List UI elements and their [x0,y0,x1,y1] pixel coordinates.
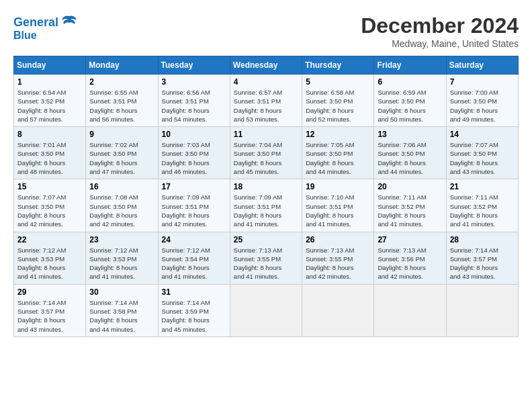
calendar-cell: 24Sunrise: 7:12 AMSunset: 3:54 PMDayligh… [158,232,230,284]
day-number: 14 [450,130,515,139]
calendar-cell: 6Sunrise: 6:59 AMSunset: 3:50 PMDaylight… [374,75,446,127]
day-content: Sunrise: 7:12 AMSunset: 3:53 PMDaylight:… [17,246,82,281]
calendar-cell: 11Sunrise: 7:04 AMSunset: 3:50 PMDayligh… [230,127,302,179]
calendar-cell: 10Sunrise: 7:03 AMSunset: 3:50 PMDayligh… [158,127,230,179]
calendar-cell: 19Sunrise: 7:10 AMSunset: 3:51 PMDayligh… [302,179,374,232]
day-number: 18 [234,182,298,191]
day-content: Sunrise: 7:06 AMSunset: 3:50 PMDaylight:… [378,140,442,176]
day-content: Sunrise: 6:57 AMSunset: 3:51 PMDaylight:… [234,88,298,124]
day-number: 9 [89,130,154,139]
calendar-cell: 23Sunrise: 7:12 AMSunset: 3:53 PMDayligh… [86,232,158,284]
weekday-header-tuesday: Tuesday [158,56,230,75]
day-content: Sunrise: 7:10 AMSunset: 3:51 PMDaylight:… [306,193,370,228]
calendar-cell: 1Sunrise: 6:54 AMSunset: 3:52 PMDaylight… [14,75,86,127]
day-number: 21 [450,182,515,191]
logo-bird-icon [60,13,79,32]
day-content: Sunrise: 7:00 AMSunset: 3:50 PMDaylight:… [450,88,515,124]
calendar-cell [230,284,302,336]
day-content: Sunrise: 7:12 AMSunset: 3:53 PMDaylight:… [89,246,154,281]
calendar-cell: 26Sunrise: 7:13 AMSunset: 3:55 PMDayligh… [302,232,374,284]
day-content: Sunrise: 7:14 AMSunset: 3:58 PMDaylight:… [89,298,154,334]
day-content: Sunrise: 7:05 AMSunset: 3:50 PMDaylight:… [306,140,370,176]
day-number: 17 [162,182,226,191]
day-number: 1 [17,77,82,87]
day-content: Sunrise: 6:54 AMSunset: 3:52 PMDaylight:… [17,88,82,124]
day-content: Sunrise: 7:07 AMSunset: 3:50 PMDaylight:… [17,193,82,228]
day-number: 19 [306,182,370,191]
calendar-table: SundayMondayTuesdayWednesdayThursdayFrid… [13,56,519,337]
calendar-cell: 13Sunrise: 7:06 AMSunset: 3:50 PMDayligh… [374,127,446,179]
day-number: 29 [17,287,82,297]
calendar-cell: 30Sunrise: 7:14 AMSunset: 3:58 PMDayligh… [86,284,158,336]
day-content: Sunrise: 7:13 AMSunset: 3:55 PMDaylight:… [306,246,370,281]
day-content: Sunrise: 7:08 AMSunset: 3:50 PMDaylight:… [89,193,154,228]
day-number: 7 [450,77,515,87]
day-content: Sunrise: 6:56 AMSunset: 3:51 PMDaylight:… [162,88,226,124]
weekday-header-monday: Monday [86,56,158,75]
calendar-cell: 12Sunrise: 7:05 AMSunset: 3:50 PMDayligh… [302,127,374,179]
title-block: December 2024 Medway, Maine, United Stat… [361,13,519,49]
day-number: 3 [162,77,226,87]
calendar-cell [302,284,374,336]
calendar-cell: 7Sunrise: 7:00 AMSunset: 3:50 PMDaylight… [446,75,518,127]
calendar-cell: 18Sunrise: 7:09 AMSunset: 3:51 PMDayligh… [230,179,302,232]
day-number: 31 [162,287,226,297]
calendar-cell: 28Sunrise: 7:14 AMSunset: 3:57 PMDayligh… [446,232,518,284]
calendar-cell: 20Sunrise: 7:11 AMSunset: 3:52 PMDayligh… [374,179,446,232]
day-number: 16 [89,182,154,191]
day-content: Sunrise: 7:11 AMSunset: 3:52 PMDaylight:… [450,193,515,228]
month-title: December 2024 [361,13,519,38]
location-title: Medway, Maine, United States [361,38,519,49]
day-number: 25 [234,235,298,244]
day-content: Sunrise: 7:01 AMSunset: 3:50 PMDaylight:… [17,140,82,176]
day-content: Sunrise: 7:11 AMSunset: 3:52 PMDaylight:… [378,193,442,228]
day-number: 11 [234,130,298,139]
day-number: 20 [378,182,442,191]
weekday-header-saturday: Saturday [446,56,518,75]
day-number: 30 [89,287,154,297]
day-number: 10 [162,130,226,139]
day-number: 24 [162,235,226,244]
logo-text: General [13,16,58,30]
day-content: Sunrise: 7:14 AMSunset: 3:59 PMDaylight:… [162,298,226,334]
weekday-header-thursday: Thursday [302,56,374,75]
calendar-cell: 31Sunrise: 7:14 AMSunset: 3:59 PMDayligh… [158,284,230,336]
calendar-cell: 27Sunrise: 7:13 AMSunset: 3:56 PMDayligh… [374,232,446,284]
weekday-header-friday: Friday [374,56,446,75]
calendar-cell: 21Sunrise: 7:11 AMSunset: 3:52 PMDayligh… [446,179,518,232]
day-content: Sunrise: 7:03 AMSunset: 3:50 PMDaylight:… [162,140,226,176]
calendar-cell: 2Sunrise: 6:55 AMSunset: 3:51 PMDaylight… [86,75,158,127]
day-content: Sunrise: 6:55 AMSunset: 3:51 PMDaylight:… [89,88,154,124]
calendar-cell: 4Sunrise: 6:57 AMSunset: 3:51 PMDaylight… [230,75,302,127]
day-number: 28 [450,235,515,244]
calendar-cell: 17Sunrise: 7:09 AMSunset: 3:51 PMDayligh… [158,179,230,232]
day-number: 15 [17,182,82,191]
day-content: Sunrise: 7:14 AMSunset: 3:57 PMDaylight:… [17,298,82,334]
day-content: Sunrise: 6:58 AMSunset: 3:50 PMDaylight:… [306,88,370,124]
calendar-cell: 8Sunrise: 7:01 AMSunset: 3:50 PMDaylight… [14,127,86,179]
day-content: Sunrise: 7:02 AMSunset: 3:50 PMDaylight:… [89,140,154,176]
day-content: Sunrise: 7:13 AMSunset: 3:55 PMDaylight:… [234,246,298,281]
day-number: 6 [378,77,442,87]
day-content: Sunrise: 6:59 AMSunset: 3:50 PMDaylight:… [378,88,442,124]
page-header: General Blue December 2024 Medway, Maine… [13,13,519,49]
day-number: 12 [306,130,370,139]
weekday-header-wednesday: Wednesday [230,56,302,75]
calendar-cell: 16Sunrise: 7:08 AMSunset: 3:50 PMDayligh… [86,179,158,232]
calendar-cell: 14Sunrise: 7:07 AMSunset: 3:50 PMDayligh… [446,127,518,179]
calendar-cell: 15Sunrise: 7:07 AMSunset: 3:50 PMDayligh… [14,179,86,232]
day-number: 23 [89,235,154,244]
calendar-cell: 9Sunrise: 7:02 AMSunset: 3:50 PMDaylight… [86,127,158,179]
day-content: Sunrise: 7:09 AMSunset: 3:51 PMDaylight:… [234,193,298,228]
calendar-cell: 25Sunrise: 7:13 AMSunset: 3:55 PMDayligh… [230,232,302,284]
calendar-cell: 29Sunrise: 7:14 AMSunset: 3:57 PMDayligh… [14,284,86,336]
day-content: Sunrise: 7:07 AMSunset: 3:50 PMDaylight:… [450,140,515,176]
calendar-cell [374,284,446,336]
day-content: Sunrise: 7:04 AMSunset: 3:50 PMDaylight:… [234,140,298,176]
day-number: 22 [17,235,82,244]
day-content: Sunrise: 7:14 AMSunset: 3:57 PMDaylight:… [450,246,515,281]
day-number: 4 [234,77,298,87]
day-number: 13 [378,130,442,139]
day-number: 2 [89,77,154,87]
day-number: 8 [17,130,82,139]
